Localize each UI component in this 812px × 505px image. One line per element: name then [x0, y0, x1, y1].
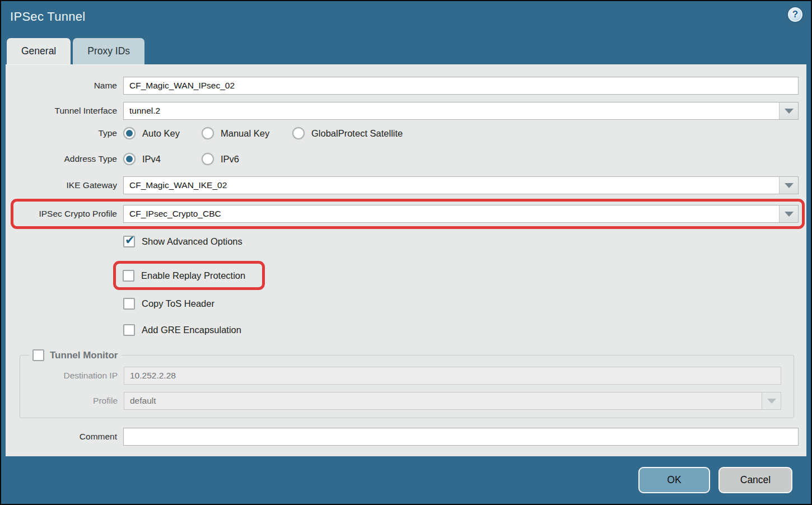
comment-row: Comment	[17, 428, 799, 446]
tunnel-interface-row: Tunnel Interface tunnel.2	[17, 102, 799, 120]
ipsec-crypto-profile-dropdown-button[interactable]	[779, 205, 798, 222]
chevron-down-icon	[785, 212, 794, 217]
enable-replay-protection-label: Enable Replay Protection	[141, 270, 245, 281]
general-tab-panel: Name CF_Magic_WAN_IPsec_02 Tunnel Interf…	[6, 64, 806, 456]
ok-button[interactable]: OK	[638, 467, 710, 493]
enable-replay-protection-highlight-ring: Enable Replay Protection	[113, 261, 265, 290]
profile-row: Profile default	[28, 392, 781, 410]
titlebar: IPSec Tunnel ?	[1, 1, 811, 37]
chevron-down-icon	[785, 183, 794, 188]
profile-dropdown-button	[762, 392, 781, 409]
profile-label: Profile	[28, 396, 118, 406]
enable-replay-protection-checkbox[interactable]	[123, 270, 134, 282]
tunnel-interface-label: Tunnel Interface	[17, 106, 117, 116]
ipsec-crypto-profile-label: IPSec Crypto Profile	[17, 209, 117, 219]
type-row: Type Auto Key Manual Key GlobalProtect S…	[17, 127, 799, 139]
tunnel-interface-dropdown-button[interactable]	[779, 102, 798, 119]
ike-gateway-value: CF_Magic_WAN_IKE_02	[124, 177, 779, 194]
ipsec-crypto-profile-highlight-ring: IPSec Crypto Profile CF_IPsec_Crypto_CBC	[11, 199, 805, 229]
ike-gateway-dropdown-button[interactable]	[779, 177, 798, 194]
ike-gateway-label: IKE Gateway	[17, 180, 117, 190]
radio-ipv4-icon[interactable]	[123, 153, 136, 165]
radio-ipv4[interactable]: IPv4	[123, 153, 202, 165]
tunnel-interface-value: tunnel.2	[124, 102, 779, 119]
address-type-label: Address Type	[17, 154, 117, 164]
enable-replay-protection-row: Enable Replay Protection	[123, 269, 245, 282]
chevron-down-icon	[767, 399, 776, 404]
radio-auto-key-label: Auto Key	[142, 128, 180, 139]
radio-ipv6-label: IPv6	[221, 154, 239, 165]
copy-tos-header-row: Copy ToS Header	[123, 297, 799, 310]
radio-globalprotect-satellite-label: GlobalProtect Satellite	[311, 128, 403, 139]
ipsec-crypto-profile-row: IPSec Crypto Profile CF_IPsec_Crypto_CBC	[17, 205, 799, 223]
tunnel-monitor-legend: Tunnel Monitor	[29, 349, 122, 361]
type-radio-group: Auto Key Manual Key GlobalProtect Satell…	[123, 127, 403, 139]
destination-ip-input: 10.252.2.28	[124, 367, 781, 385]
tab-proxy-ids[interactable]: Proxy IDs	[73, 38, 144, 64]
help-icon[interactable]: ?	[788, 7, 802, 22]
show-advanced-options-checkbox[interactable]	[123, 236, 135, 247]
comment-input[interactable]	[123, 428, 799, 446]
comment-label: Comment	[17, 432, 117, 442]
name-input[interactable]: CF_Magic_WAN_IPsec_02	[123, 77, 799, 95]
radio-globalprotect-satellite[interactable]: GlobalProtect Satellite	[292, 127, 403, 139]
type-label: Type	[17, 128, 117, 138]
destination-ip-row: Destination IP 10.252.2.28	[28, 367, 781, 385]
name-label: Name	[17, 81, 117, 91]
profile-select: default	[124, 392, 781, 410]
radio-auto-key-icon[interactable]	[123, 127, 136, 139]
ipsec-crypto-profile-select[interactable]: CF_IPsec_Crypto_CBC	[123, 205, 799, 223]
dialog-footer: OK Cancel	[1, 456, 811, 504]
cancel-button[interactable]: Cancel	[718, 467, 792, 493]
show-advanced-options-row: Show Advanced Options	[123, 235, 799, 248]
ike-gateway-row: IKE Gateway CF_Magic_WAN_IKE_02	[17, 176, 799, 194]
dialog-title: IPSec Tunnel	[10, 10, 85, 24]
radio-ipv6[interactable]: IPv6	[202, 153, 239, 165]
ike-gateway-select[interactable]: CF_Magic_WAN_IKE_02	[123, 176, 799, 194]
tunnel-monitor-checkbox[interactable]	[32, 349, 44, 361]
show-advanced-options-label: Show Advanced Options	[142, 236, 242, 247]
name-row: Name CF_Magic_WAN_IPsec_02	[17, 77, 799, 95]
copy-tos-header-checkbox[interactable]	[123, 298, 135, 310]
radio-globalprotect-satellite-icon[interactable]	[292, 127, 305, 139]
tab-general[interactable]: General	[7, 38, 71, 64]
radio-manual-key-label: Manual Key	[221, 128, 269, 139]
radio-ipv6-icon[interactable]	[202, 153, 214, 165]
profile-value: default	[124, 392, 762, 409]
ipsec-tunnel-dialog: IPSec Tunnel ? General Proxy IDs Name CF…	[0, 0, 812, 505]
tab-bar: General Proxy IDs	[1, 37, 811, 64]
radio-manual-key-icon[interactable]	[202, 127, 214, 139]
add-gre-encapsulation-checkbox[interactable]	[123, 324, 135, 336]
address-type-radio-group: IPv4 IPv6	[123, 153, 239, 165]
tunnel-interface-select[interactable]: tunnel.2	[123, 102, 799, 120]
add-gre-encapsulation-row: Add GRE Encapsulation	[123, 323, 799, 336]
copy-tos-header-label: Copy ToS Header	[142, 298, 214, 309]
radio-manual-key[interactable]: Manual Key	[202, 127, 292, 139]
tunnel-monitor-fieldset: Tunnel Monitor Destination IP 10.252.2.2…	[20, 349, 794, 418]
radio-auto-key[interactable]: Auto Key	[123, 127, 202, 139]
radio-ipv4-label: IPv4	[142, 154, 161, 165]
address-type-row: Address Type IPv4 IPv6	[17, 153, 799, 165]
ipsec-crypto-profile-value: CF_IPsec_Crypto_CBC	[124, 205, 779, 222]
add-gre-encapsulation-label: Add GRE Encapsulation	[142, 325, 241, 335]
chevron-down-icon	[785, 109, 794, 114]
tunnel-monitor-label: Tunnel Monitor	[50, 350, 118, 361]
destination-ip-label: Destination IP	[28, 371, 118, 381]
